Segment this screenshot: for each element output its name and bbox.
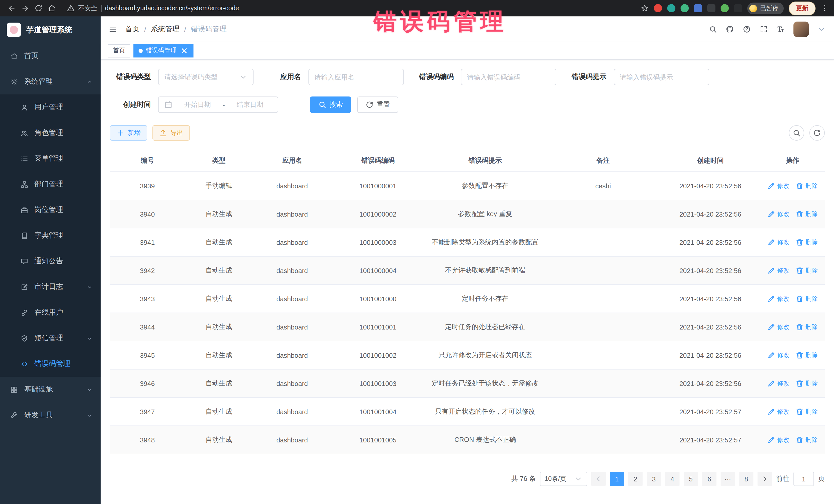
edit-link[interactable]: 修改 <box>768 210 790 218</box>
date-range-picker[interactable]: 开始日期 - 结束日期 <box>158 96 278 113</box>
edit-link[interactable]: 修改 <box>768 266 790 275</box>
sidebar-toggle-button[interactable] <box>109 25 117 34</box>
view-tab[interactable]: 首页 <box>108 44 130 57</box>
page-button[interactable]: 4 <box>665 472 680 486</box>
avatar-dropdown-icon[interactable] <box>817 25 826 34</box>
user-avatar[interactable] <box>793 22 809 37</box>
edit-link[interactable]: 修改 <box>768 351 790 359</box>
page-button[interactable]: 5 <box>684 472 698 486</box>
sidebar-item[interactable]: 字典管理 <box>0 223 101 248</box>
reset-button[interactable]: 重置 <box>357 96 398 113</box>
error-hint-input[interactable] <box>614 69 709 85</box>
refresh-table-button[interactable] <box>809 125 825 140</box>
sidebar-item[interactable]: 用户管理 <box>0 94 101 120</box>
github-icon[interactable] <box>726 25 734 34</box>
edit-link[interactable]: 修改 <box>768 407 790 416</box>
page-size-select[interactable]: 10条/页 <box>540 472 587 486</box>
page-button[interactable]: ··· <box>721 472 735 486</box>
app-logo[interactable]: 芋道管理系统 <box>0 17 101 43</box>
sidebar-item[interactable]: 系统管理 <box>0 69 101 94</box>
browser-back-button[interactable] <box>5 2 19 15</box>
edit-link[interactable]: 修改 <box>768 238 790 247</box>
sidebar-item[interactable]: 在线用户 <box>0 300 101 325</box>
sidebar-item[interactable]: 岗位管理 <box>0 197 101 223</box>
sidebar-item[interactable]: 错误码管理 <box>0 351 101 377</box>
delete-link[interactable]: 删除 <box>796 323 818 331</box>
sidebar-item[interactable]: 菜单管理 <box>0 146 101 171</box>
breadcrumb-section[interactable]: 系统管理 <box>151 25 180 34</box>
page-button[interactable]: 6 <box>702 472 717 486</box>
error-type-select[interactable]: 请选择错误码类型 <box>158 69 254 85</box>
cell-actions: 修改 删除 <box>760 397 825 426</box>
filter-error-code: 错误码编码 <box>419 69 556 85</box>
browser-menu-icon[interactable] <box>821 4 829 12</box>
main-area: 首页 / 系统管理 / 错误码管理 首页 <box>101 17 834 504</box>
fullscreen-icon[interactable] <box>760 25 768 34</box>
search-button[interactable]: 搜索 <box>310 96 351 113</box>
page-button[interactable]: 2 <box>628 472 642 486</box>
sidebar-item[interactable]: 首页 <box>0 43 101 69</box>
page-button[interactable]: 8 <box>739 472 753 486</box>
page-button[interactable]: 1 <box>610 472 624 486</box>
chevron-icon <box>87 335 92 341</box>
delete-link[interactable]: 删除 <box>796 407 818 416</box>
extension-icon[interactable] <box>654 4 662 12</box>
extension-icon[interactable] <box>694 4 702 12</box>
page-button[interactable]: 3 <box>647 472 661 486</box>
paused-badge[interactable]: 已暂停 <box>747 2 784 14</box>
delete-link[interactable]: 删除 <box>796 379 818 388</box>
goto-page-input[interactable] <box>793 472 814 486</box>
close-tab-icon[interactable] <box>180 46 188 54</box>
toggle-search-button[interactable] <box>789 125 804 140</box>
delete-link[interactable]: 删除 <box>796 266 818 275</box>
delete-link[interactable]: 删除 <box>796 181 818 190</box>
sidebar-item[interactable]: 基础设施 <box>0 377 101 402</box>
edit-link[interactable]: 修改 <box>768 294 790 303</box>
delete-link[interactable]: 删除 <box>796 351 818 359</box>
view-tab[interactable]: 错误码管理 <box>133 44 194 57</box>
edit-link[interactable]: 修改 <box>768 181 790 190</box>
cell-app: dashboard <box>253 426 331 454</box>
sidebar-item[interactable]: 研发工具 <box>0 402 101 428</box>
sidebar-item[interactable]: 角色管理 <box>0 120 101 146</box>
extension-icon[interactable] <box>734 4 742 12</box>
breadcrumb-home[interactable]: 首页 <box>125 25 139 34</box>
help-icon[interactable] <box>743 25 751 34</box>
address-bar[interactable]: 不安全 dashboard.yudao.iocoder.cn/system/er… <box>67 4 640 13</box>
next-page-button[interactable] <box>758 472 772 486</box>
cell-app: dashboard <box>253 256 331 285</box>
sidebar-item[interactable]: 通知公告 <box>0 248 101 274</box>
browser-home-button[interactable] <box>45 2 59 15</box>
edit-link[interactable]: 修改 <box>768 323 790 331</box>
add-button[interactable]: 新增 <box>110 125 147 140</box>
browser-reload-button[interactable] <box>32 2 45 15</box>
edit-link[interactable]: 修改 <box>768 436 790 444</box>
browser-forward-button[interactable] <box>19 2 32 15</box>
cell-hint: 参数配置不存在 <box>424 172 546 200</box>
extension-icon[interactable] <box>667 4 675 12</box>
extension-icon[interactable] <box>707 4 716 12</box>
bookmark-star-icon[interactable] <box>640 4 649 12</box>
sidebar-item[interactable]: 审计日志 <box>0 274 101 300</box>
export-button[interactable]: 导出 <box>152 125 190 140</box>
delete-link[interactable]: 删除 <box>796 238 818 247</box>
delete-link[interactable]: 删除 <box>796 210 818 218</box>
extension-icon[interactable] <box>681 4 689 12</box>
chevron-down-icon <box>239 73 247 81</box>
app-name-input[interactable] <box>308 69 404 85</box>
error-code-input[interactable] <box>461 69 556 85</box>
delete-link[interactable]: 删除 <box>796 436 818 444</box>
font-size-icon[interactable] <box>776 25 785 34</box>
cell-hint: 不允许获取敏感配置到前端 <box>424 256 546 285</box>
url-text: dashboard.yudao.iocoder.cn/system/error-… <box>105 5 239 12</box>
sidebar-item[interactable]: 部门管理 <box>0 171 101 197</box>
delete-link[interactable]: 删除 <box>796 294 818 303</box>
prev-page-button[interactable] <box>591 472 606 486</box>
edit-link[interactable]: 修改 <box>768 379 790 388</box>
cell-id: 3947 <box>110 397 185 426</box>
browser-update-button[interactable]: 更新 <box>789 1 815 15</box>
header-search-icon[interactable] <box>709 25 717 34</box>
sidebar-item[interactable]: 短信管理 <box>0 325 101 351</box>
cell-time: 2021-04-20 23:52:56 <box>660 341 760 369</box>
extension-icon[interactable] <box>721 4 729 12</box>
